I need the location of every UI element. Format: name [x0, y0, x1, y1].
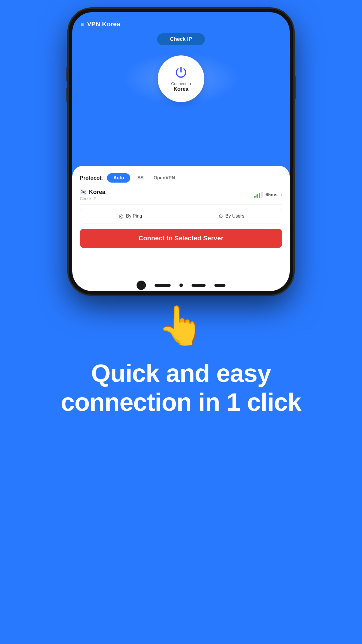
bottom-panel: Protocol: Auto SS OpenVPN 🇰🇷 Korea Check… [72, 166, 290, 291]
server-ip: Check IP: - [80, 196, 106, 201]
connect-to-label: Connect to [171, 81, 191, 86]
bar2 [256, 194, 258, 198]
sort-row: ◎ By Ping ⊙ By Users [80, 209, 282, 223]
flag-emoji: 🇰🇷 [80, 188, 87, 195]
app-title: VPN Korea [87, 20, 120, 28]
server-right: 65ms › [254, 192, 282, 198]
server-info: 🇰🇷 Korea Check IP: - [80, 188, 106, 201]
bottom-home-bar [155, 284, 171, 287]
power-button-physical [294, 76, 296, 99]
tagline: Quick and easy connection in 1 click [29, 359, 333, 416]
vol-down-button [66, 88, 68, 102]
vol-up-button [66, 67, 68, 82]
users-sort-icon: ⊙ [219, 213, 223, 219]
chevron-right-icon: › [280, 192, 282, 198]
menu-icon[interactable]: ≡ [80, 21, 84, 27]
phone-shell: ≡ VPN Korea Check IP Connect to [69, 9, 293, 295]
bar1 [254, 196, 256, 198]
sort-users-label: By Users [225, 214, 244, 219]
phone-device: ≡ VPN Korea Check IP Connect to [69, 9, 293, 300]
check-ip-container: Check IP [72, 33, 290, 45]
bottom-dot [180, 284, 183, 287]
app-header: ≡ VPN Korea [72, 12, 290, 28]
bottom-circle [137, 281, 146, 290]
server-name-row: 🇰🇷 Korea [80, 188, 106, 195]
pointing-hand-emoji: 👆 [157, 306, 205, 344]
protocol-ss-btn[interactable]: SS [134, 173, 146, 183]
power-area: Connect to Korea [72, 48, 290, 109]
signal-bars [254, 192, 263, 198]
ping-value: 65ms [266, 192, 277, 197]
sort-ping-label: By Ping [126, 214, 142, 219]
bar4 [261, 192, 263, 198]
protocol-openvpn-btn[interactable]: OpenVPN [151, 173, 178, 183]
check-ip-button[interactable]: Check IP [157, 33, 205, 45]
ping-sort-icon: ◎ [119, 213, 124, 219]
bar3 [259, 193, 260, 198]
connect-country-label: Korea [173, 86, 188, 92]
power-connect-button[interactable]: Connect to Korea [158, 55, 204, 102]
server-row: 🇰🇷 Korea Check IP: - 65ms [80, 188, 282, 205]
protocol-auto-btn[interactable]: Auto [107, 173, 130, 183]
phone-screen: ≡ VPN Korea Check IP Connect to [72, 12, 290, 291]
bottom-section: 👆 Quick and easy connection in 1 click [0, 306, 362, 416]
power-icon [174, 66, 188, 80]
sort-by-ping-btn[interactable]: ◎ By Ping [80, 209, 181, 223]
phone-bottom-elements [137, 281, 226, 290]
bottom-speaker [192, 284, 206, 287]
protocol-label: Protocol: [80, 175, 103, 181]
protocol-row: Protocol: Auto SS OpenVPN [80, 173, 282, 183]
sort-by-users-btn[interactable]: ⊙ By Users [181, 209, 282, 223]
connect-server-button[interactable]: Connect to Selected Server [80, 229, 282, 248]
bottom-speaker2 [215, 284, 226, 287]
server-name: Korea [89, 189, 106, 195]
